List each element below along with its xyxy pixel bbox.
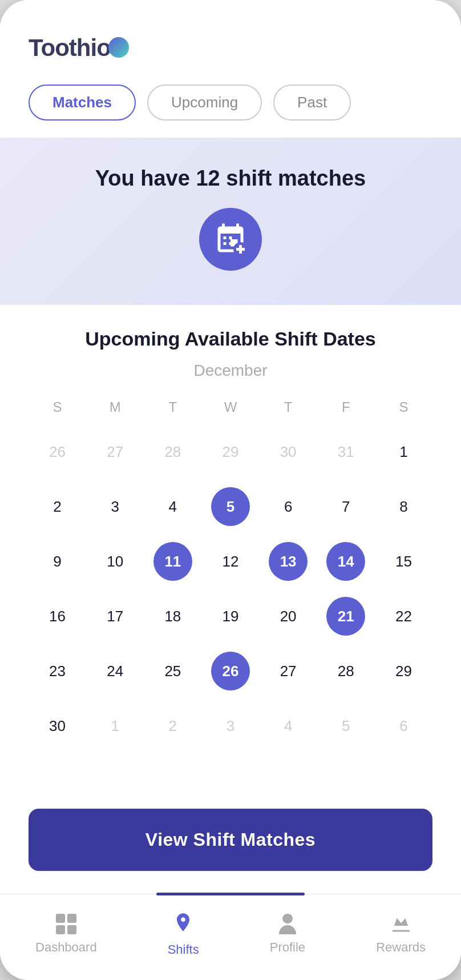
banner-title: You have 12 shift matches <box>95 166 366 191</box>
calendar-month: December <box>29 362 432 380</box>
cal-day-29-nov[interactable]: 29 <box>201 424 259 479</box>
tab-matches[interactable]: Matches <box>29 85 136 121</box>
person-icon <box>277 914 298 934</box>
matches-banner: You have 12 shift matches <box>0 138 461 305</box>
app-content: Toothio Matches Upcoming Past You have 1… <box>0 0 461 980</box>
cal-day-27-nov[interactable]: 27 <box>86 424 144 479</box>
logo-o-icon <box>108 37 129 58</box>
cal-day-13[interactable]: 13 <box>260 534 317 589</box>
cal-day-16[interactable]: 16 <box>29 589 86 644</box>
day-header-mon: M <box>86 393 144 424</box>
cal-day-24[interactable]: 24 <box>86 644 144 698</box>
nav-label-dashboard: Dashboard <box>35 940 97 955</box>
cal-day-5-jan[interactable]: 5 <box>317 698 375 753</box>
cal-day-19[interactable]: 19 <box>201 589 259 644</box>
tab-upcoming[interactable]: Upcoming <box>147 85 262 121</box>
cal-day-9[interactable]: 9 <box>29 534 86 589</box>
day-header-wed: W <box>201 393 259 424</box>
day-header-sat: S <box>375 393 432 424</box>
cal-day-30-nov[interactable]: 30 <box>260 424 317 479</box>
cal-day-5[interactable]: 5 <box>201 479 259 534</box>
cal-day-18[interactable]: 18 <box>144 589 201 644</box>
cal-day-3[interactable]: 3 <box>86 479 144 534</box>
tab-bar: Matches Upcoming Past <box>0 73 461 138</box>
cal-day-11[interactable]: 11 <box>144 534 201 589</box>
cal-day-22[interactable]: 22 <box>375 589 432 644</box>
cal-day-10[interactable]: 10 <box>86 534 144 589</box>
add-to-calendar-button[interactable] <box>199 208 262 271</box>
cal-day-23[interactable]: 23 <box>29 644 86 698</box>
dashboard-icon <box>56 914 76 934</box>
crown-icon <box>390 914 413 934</box>
cal-day-6-jan[interactable]: 6 <box>375 698 432 753</box>
cal-day-27[interactable]: 27 <box>260 644 317 698</box>
nav-label-rewards: Rewards <box>376 940 426 955</box>
cal-day-28-nov[interactable]: 28 <box>144 424 201 479</box>
cal-day-17[interactable]: 17 <box>86 589 144 644</box>
day-header-tue: T <box>144 393 201 424</box>
nav-label-shifts: Shifts <box>168 942 199 957</box>
cal-day-2-jan[interactable]: 2 <box>144 698 201 753</box>
cal-day-15[interactable]: 15 <box>375 534 432 589</box>
view-shift-matches-button[interactable]: View Shift Matches <box>29 809 432 871</box>
day-header-fri: F <box>317 393 375 424</box>
cal-day-3-jan[interactable]: 3 <box>201 698 259 753</box>
calendar-plus-icon <box>213 222 248 256</box>
cal-day-4[interactable]: 4 <box>144 479 201 534</box>
cal-day-20[interactable]: 20 <box>260 589 317 644</box>
calendar-section: Upcoming Available Shift Dates December … <box>0 305 461 797</box>
tab-past[interactable]: Past <box>273 85 351 121</box>
cal-day-21[interactable]: 21 <box>317 589 375 644</box>
header: Toothio <box>0 0 461 73</box>
calendar-grid: S M T W T F S 26 27 28 29 30 31 1 2 3 4 … <box>29 393 432 753</box>
cal-day-7[interactable]: 7 <box>317 479 375 534</box>
day-header-thu: T <box>260 393 317 424</box>
cal-day-26[interactable]: 26 <box>201 644 259 698</box>
nav-label-profile: Profile <box>270 940 305 955</box>
app-logo: Toothio <box>29 34 432 62</box>
nav-item-dashboard[interactable]: Dashboard <box>24 908 108 961</box>
cal-day-28[interactable]: 28 <box>317 644 375 698</box>
cal-day-31-nov[interactable]: 31 <box>317 424 375 479</box>
phone-frame: Toothio Matches Upcoming Past You have 1… <box>0 0 461 980</box>
cal-day-12[interactable]: 12 <box>201 534 259 589</box>
bottom-nav: Dashboard Shifts Profile Rewards <box>0 894 461 980</box>
cal-day-1-jan[interactable]: 1 <box>86 698 144 753</box>
nav-item-rewards[interactable]: Rewards <box>365 908 437 961</box>
cal-day-6[interactable]: 6 <box>260 479 317 534</box>
calendar-heading: Upcoming Available Shift Dates <box>29 328 432 350</box>
cta-section: View Shift Matches <box>0 797 461 894</box>
cal-day-25[interactable]: 25 <box>144 644 201 698</box>
cal-day-1[interactable]: 1 <box>375 424 432 479</box>
logo-text: Toothio <box>29 34 111 61</box>
cal-day-4-jan[interactable]: 4 <box>260 698 317 753</box>
cal-day-2[interactable]: 2 <box>29 479 86 534</box>
nav-item-shifts[interactable]: Shifts <box>156 906 211 963</box>
location-pin-icon <box>172 911 195 937</box>
day-header-sun: S <box>29 393 86 424</box>
cal-day-8[interactable]: 8 <box>375 479 432 534</box>
cal-day-30[interactable]: 30 <box>29 698 86 753</box>
cal-day-29[interactable]: 29 <box>375 644 432 698</box>
cal-day-14[interactable]: 14 <box>317 534 375 589</box>
cal-day-26-nov[interactable]: 26 <box>29 424 86 479</box>
nav-item-profile[interactable]: Profile <box>258 908 317 961</box>
